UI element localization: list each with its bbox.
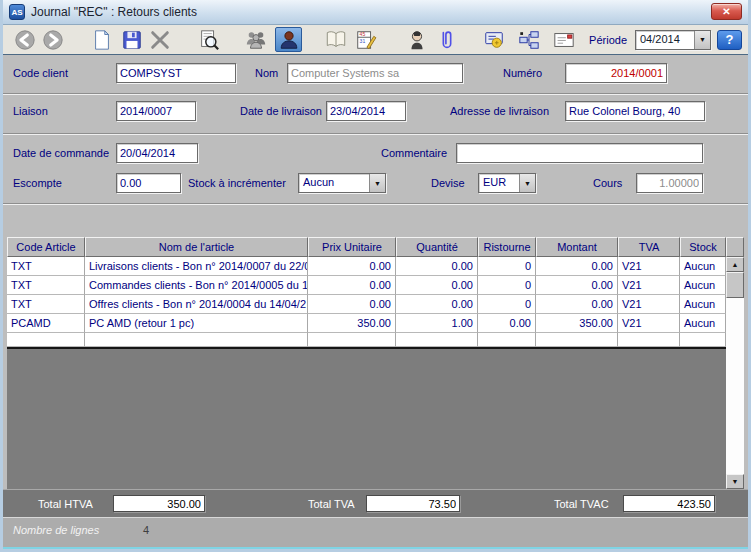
cell-prix[interactable]: 0.00 xyxy=(308,295,396,314)
back-button[interactable] xyxy=(11,27,38,52)
agenda-button[interactable]: 4531 xyxy=(352,27,379,52)
table-row[interactable]: PCAMD PC AMD (retour 1 pc) 350.00 1.00 0… xyxy=(7,314,726,333)
delete-button[interactable] xyxy=(146,27,173,52)
devise-combobox[interactable]: EUR ▼ xyxy=(478,173,536,193)
col-header-stock[interactable]: Stock xyxy=(680,237,726,257)
cell-code[interactable]: TXT xyxy=(7,295,85,314)
attachment-paperclip-icon xyxy=(436,29,458,51)
divider xyxy=(3,133,748,135)
attachment-button[interactable] xyxy=(433,27,460,52)
svg-text:31: 31 xyxy=(359,37,365,43)
person-button[interactable] xyxy=(403,27,430,52)
chevron-down-icon: ▼ xyxy=(524,180,531,187)
date-commande-input[interactable] xyxy=(116,143,198,163)
cell-empty[interactable] xyxy=(618,333,680,347)
cash-register-button[interactable] xyxy=(480,27,507,52)
total-htva-value xyxy=(113,495,205,512)
table-row[interactable]: TXT Livraisons clients - Bon n° 2014/000… xyxy=(7,257,726,276)
date-livraison-input[interactable] xyxy=(326,101,406,121)
cell-stock[interactable]: Aucun xyxy=(680,257,726,276)
cell-empty[interactable] xyxy=(7,333,85,347)
table-row-empty[interactable] xyxy=(7,333,726,347)
cell-quantite[interactable]: 1.00 xyxy=(396,314,478,333)
cell-prix[interactable]: 0.00 xyxy=(308,276,396,295)
cell-stock[interactable]: Aucun xyxy=(680,295,726,314)
structure-button[interactable] xyxy=(515,27,542,52)
col-header-code-article[interactable]: Code Article xyxy=(7,237,85,257)
cell-quantite[interactable]: 0.00 xyxy=(396,257,478,276)
cell-empty[interactable] xyxy=(680,333,726,347)
stock-incrementer-combobox[interactable]: Aucun ▼ xyxy=(298,173,386,193)
cell-nom[interactable]: Livraisons clients - Bon n° 2014/0007 du… xyxy=(85,257,308,276)
cell-empty[interactable] xyxy=(85,333,308,347)
client-button[interactable] xyxy=(275,27,302,52)
cell-ristourne[interactable]: 0 xyxy=(478,276,536,295)
table-row[interactable]: TXT Commandes clients - Bon n° 2014/0005… xyxy=(7,276,726,295)
cell-stock[interactable]: Aucun xyxy=(680,314,726,333)
col-header-prix-unitaire[interactable]: Prix Unitaire xyxy=(308,237,396,257)
save-button[interactable] xyxy=(118,27,145,52)
cell-empty[interactable] xyxy=(308,333,396,347)
col-header-ristourne[interactable]: Ristourne xyxy=(478,237,536,257)
cell-ristourne[interactable]: 0 xyxy=(478,295,536,314)
cell-nom[interactable]: Commandes clients - Bon n° 2014/0005 du … xyxy=(85,276,308,295)
commentaire-input[interactable] xyxy=(456,143,703,163)
help-button[interactable]: ? xyxy=(717,30,742,50)
cell-tva[interactable]: V21 xyxy=(618,276,680,295)
scrollbar-thumb[interactable] xyxy=(726,272,744,298)
cell-empty[interactable] xyxy=(396,333,478,347)
preview-button[interactable] xyxy=(195,27,222,52)
mail-button[interactable] xyxy=(550,27,577,52)
table-row[interactable]: TXT Offres clients - Bon n° 2014/0004 du… xyxy=(7,295,726,314)
cell-prix[interactable]: 0.00 xyxy=(308,257,396,276)
cell-empty[interactable] xyxy=(478,333,536,347)
cell-ristourne[interactable]: 0.00 xyxy=(478,314,536,333)
cell-code[interactable]: TXT xyxy=(7,276,85,295)
contacts-button[interactable] xyxy=(242,27,269,52)
toolbar: 4531 Période 04/2014 ▼ ? xyxy=(3,25,748,55)
cell-prix[interactable]: 350.00 xyxy=(308,314,396,333)
cell-tva[interactable]: V21 xyxy=(618,314,680,333)
forward-button[interactable] xyxy=(39,27,66,52)
cell-montant[interactable]: 0.00 xyxy=(536,257,618,276)
cell-montant[interactable]: 0.00 xyxy=(536,276,618,295)
new-document-button[interactable] xyxy=(88,27,115,52)
code-client-input[interactable] xyxy=(116,63,236,83)
cell-empty[interactable] xyxy=(536,333,618,347)
cell-tva[interactable]: V21 xyxy=(618,295,680,314)
adresse-livraison-input[interactable] xyxy=(565,101,705,121)
cell-ristourne[interactable]: 0 xyxy=(478,257,536,276)
scrollbar-track[interactable] xyxy=(726,298,744,474)
stock-dropdown-button[interactable]: ▼ xyxy=(369,174,385,192)
vertical-scrollbar[interactable]: ▲ ▼ xyxy=(726,237,744,489)
numero-input[interactable] xyxy=(565,63,667,83)
cell-quantite[interactable]: 0.00 xyxy=(396,295,478,314)
close-button[interactable]: ✕ xyxy=(711,3,742,20)
person-icon xyxy=(406,29,428,51)
cash-register-icon xyxy=(483,29,505,51)
scroll-down-button[interactable]: ▼ xyxy=(726,474,744,489)
catalog-button[interactable] xyxy=(322,27,349,52)
cell-code[interactable]: TXT xyxy=(7,257,85,276)
cell-montant[interactable]: 350.00 xyxy=(536,314,618,333)
cell-stock[interactable]: Aucun xyxy=(680,276,726,295)
escompte-input[interactable] xyxy=(116,173,181,193)
col-header-nom-article[interactable]: Nom de l'article xyxy=(85,237,308,257)
cell-quantite[interactable]: 0.00 xyxy=(396,276,478,295)
devise-dropdown-button[interactable]: ▼ xyxy=(519,174,535,192)
col-header-tva[interactable]: TVA xyxy=(618,237,680,257)
cell-nom[interactable]: Offres clients - Bon n° 2014/0004 du 14/… xyxy=(85,295,308,314)
col-header-quantite[interactable]: Quantité xyxy=(396,237,478,257)
chevron-down-icon: ▼ xyxy=(374,180,381,187)
cell-code[interactable]: PCAMD xyxy=(7,314,85,333)
cell-montant[interactable]: 0.00 xyxy=(536,295,618,314)
cell-nom[interactable]: PC AMD (retour 1 pc) xyxy=(85,314,308,333)
total-tvac-label: Total TVAC xyxy=(554,498,609,510)
period-dropdown-button[interactable]: ▼ xyxy=(694,31,710,49)
col-header-montant[interactable]: Montant xyxy=(536,237,618,257)
scroll-up-button[interactable]: ▲ xyxy=(726,257,744,272)
cell-tva[interactable]: V21 xyxy=(618,257,680,276)
period-combobox[interactable]: 04/2014 ▼ xyxy=(635,30,711,50)
liaison-input[interactable] xyxy=(116,101,196,121)
period-label: Période xyxy=(589,34,627,46)
